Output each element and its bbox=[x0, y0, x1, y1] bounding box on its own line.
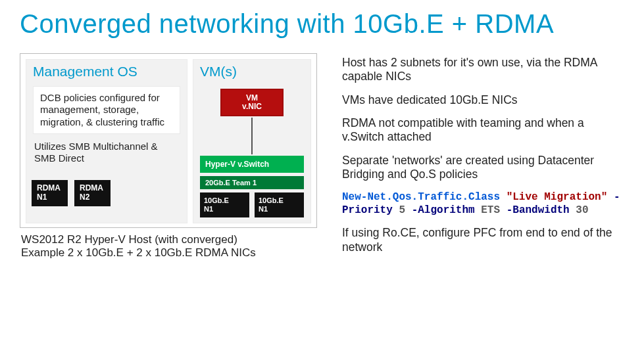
vms-panel: VM(s) VM v.NIC Hyper-V v.Switch 20Gb.E T… bbox=[193, 59, 311, 223]
caption-line1: WS2012 R2 Hyper-V Host (with converged) bbox=[21, 233, 237, 246]
code-bw-val: 30 bbox=[576, 204, 588, 216]
rdma-n2-box: RDMA N2 bbox=[74, 180, 111, 206]
team-box: 20Gb.E Team 1 bbox=[200, 176, 304, 189]
code-algo-val: ETS bbox=[481, 204, 500, 216]
vm-vnic-box: VM v.NIC bbox=[220, 89, 284, 116]
connector-line bbox=[251, 118, 253, 154]
caption-line2: Example 2 x 10Gb.E + 2 x 10Gb.E RDMA NIC… bbox=[21, 246, 256, 259]
code-cmdlet: New-Net.Qos.Traffic.Class bbox=[342, 191, 500, 203]
management-os-panel: Management OS DCB policies configured fo… bbox=[26, 59, 187, 223]
slide-title: Converged networking with 10Gb.E + RDMA bbox=[20, 9, 624, 39]
rdma-n2-line1: RDMA bbox=[80, 183, 103, 192]
vm-vnic-line2: v.NIC bbox=[242, 102, 262, 111]
nic1-box: 10Gb.E N1 bbox=[200, 192, 249, 217]
code-priority-val: 5 bbox=[399, 204, 405, 216]
vms-header: VM(s) bbox=[193, 60, 310, 82]
nic2-line1: 10Gb.E bbox=[259, 196, 284, 204]
nic2-box: 10Gb.E N1 bbox=[255, 192, 304, 217]
bullet-1: Host has 2 subnets for it's own use, via… bbox=[342, 56, 624, 84]
nic1-line2: N1 bbox=[204, 205, 213, 213]
bullet-4: Separate 'networks' are created using Da… bbox=[342, 154, 624, 182]
rdma-n1-line1: RDMA bbox=[37, 183, 61, 192]
diagram-caption: WS2012 R2 Hyper-V Host (with converged) … bbox=[20, 228, 317, 260]
diagram-column: Management OS DCB policies configured fo… bbox=[20, 53, 317, 355]
rdma-n2-line2: N2 bbox=[80, 192, 89, 202]
code-block: New-Net.Qos.Traffic.Class "Live Migratio… bbox=[342, 191, 624, 217]
bullets-column: Host has 2 subnets for it's own use, via… bbox=[342, 53, 624, 355]
nic2-line2: N1 bbox=[259, 205, 268, 213]
bullet-3: RDMA not compatible with teaming and whe… bbox=[342, 116, 624, 145]
diagram-box: Management OS DCB policies configured fo… bbox=[20, 53, 317, 228]
bullet-2: VMs have dedicated 10Gb.E NICs bbox=[342, 93, 624, 107]
dcb-policies-card: DCB policies configured for management, … bbox=[33, 86, 180, 134]
vm-vnic-line1: VM bbox=[246, 93, 258, 102]
code-bw-flag: -Bandwidth bbox=[507, 204, 570, 216]
code-algo-flag: -Algorithm bbox=[412, 204, 475, 216]
rdma-n1-line2: N1 bbox=[37, 192, 47, 202]
vswitch-box: Hyper-V v.Switch bbox=[200, 156, 304, 173]
rdma-n1-box: RDMA N1 bbox=[32, 180, 68, 206]
management-os-header: Management OS bbox=[26, 60, 187, 82]
smb-text: Utilizes SMB Multichannel & SMB Direct bbox=[33, 139, 180, 169]
nic1-line1: 10Gb.E bbox=[204, 196, 229, 204]
code-name: "Live Migration" bbox=[507, 191, 608, 203]
bullet-6: If using Ro.CE, configure PFC from end t… bbox=[342, 226, 624, 254]
